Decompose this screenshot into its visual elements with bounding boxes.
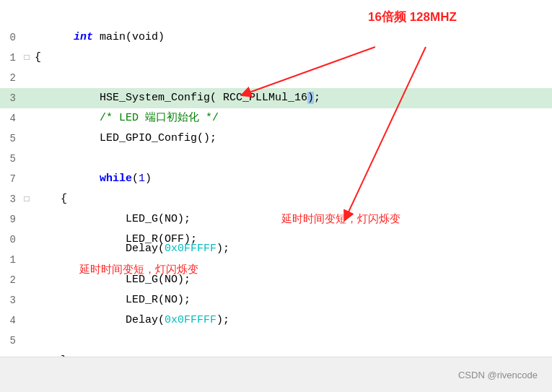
code-line: 5 LED_GPIO_Config(); xyxy=(0,129,552,149)
code-line: 1 □ { xyxy=(0,48,552,68)
code-line: 0 int main(void) xyxy=(0,27,552,48)
code-line: 7 while(1) xyxy=(0,169,552,189)
code-line: 5 xyxy=(0,331,552,351)
footer-text: CSDN @rivencode xyxy=(458,370,538,380)
code-line: 4 Delay(0x0FFFFF); xyxy=(0,310,552,331)
code-editor: 0 int main(void) 1 □ { 2 3 HSE_System_Co… xyxy=(0,0,552,357)
footer: CSDN @rivencode xyxy=(0,357,552,392)
